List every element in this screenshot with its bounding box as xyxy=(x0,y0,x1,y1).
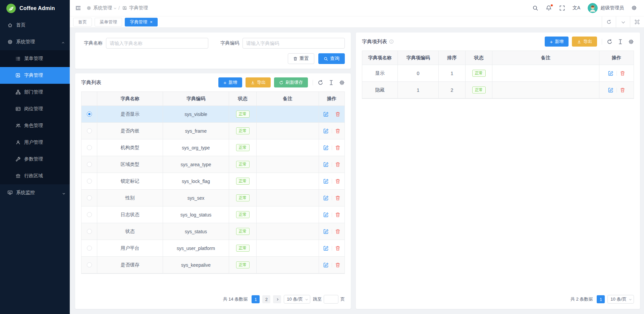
edit-icon[interactable] xyxy=(323,246,329,251)
row-height-icon[interactable] xyxy=(328,80,334,85)
table-row[interactable]: 锁定标记 sys_lock_flag 正常 xyxy=(82,173,344,190)
sidebar-item-system[interactable]: 系统管理 xyxy=(0,34,70,50)
table-row[interactable]: 是否内嵌 sys_frame 正常 xyxy=(82,123,344,139)
sidebar-item-post-mgmt[interactable]: 岗位管理 xyxy=(0,101,70,117)
refresh-table-icon[interactable] xyxy=(607,39,612,45)
table-row[interactable]: 显示 0 1 正常 xyxy=(362,65,634,82)
row-radio[interactable] xyxy=(87,162,92,167)
query-button[interactable]: 查询 xyxy=(318,53,345,64)
next-page-button[interactable] xyxy=(273,295,281,303)
sidebar-item-dict-mgmt[interactable]: 字典管理 xyxy=(0,67,70,84)
close-tab-icon[interactable]: × xyxy=(150,20,153,24)
row-radio[interactable] xyxy=(87,212,92,217)
dict-items-title: 字典项列表 xyxy=(362,39,387,45)
delete-icon[interactable] xyxy=(335,246,340,251)
row-radio[interactable] xyxy=(87,112,92,117)
row-radio[interactable] xyxy=(87,262,92,267)
edit-icon[interactable] xyxy=(323,145,329,150)
tab-options-chevron-icon[interactable] xyxy=(616,16,630,27)
tab-home[interactable]: 首页 xyxy=(73,18,92,26)
translate-icon[interactable]: 文A xyxy=(573,5,580,11)
table-row[interactable]: 状态 sys_status 正常 xyxy=(82,223,344,240)
table-row[interactable]: 区域类型 sys_area_type 正常 xyxy=(82,156,344,173)
delete-icon[interactable] xyxy=(335,229,340,234)
maximize-content-icon[interactable] xyxy=(630,16,644,27)
sidebar-item-role-mgmt[interactable]: 角色管理 xyxy=(0,117,70,134)
page-2-button[interactable]: 2 xyxy=(262,295,270,303)
delete-icon[interactable] xyxy=(620,71,625,76)
dict-code-input[interactable] xyxy=(243,38,345,49)
column-header: 备注 xyxy=(257,92,319,106)
delete-icon[interactable] xyxy=(335,262,340,268)
page-1-button[interactable]: 1 xyxy=(252,295,260,303)
export-dict-items-button[interactable]: 导出 xyxy=(572,37,597,47)
breadcrumb-parent[interactable]: 系统管理 xyxy=(87,5,116,11)
delete-icon[interactable] xyxy=(335,128,340,134)
table-row[interactable]: 日志状态 sys_log_status 正常 xyxy=(82,206,344,223)
edit-icon[interactable] xyxy=(323,179,329,184)
sidebar-item-home[interactable]: 首页 xyxy=(0,17,70,34)
sidebar-item-param-mgmt[interactable]: 参数管理 xyxy=(0,151,70,168)
delete-icon[interactable] xyxy=(620,87,625,93)
dict-name-input[interactable] xyxy=(106,38,208,49)
table-row[interactable]: 是否缓存 sys_keepalive 正常 xyxy=(82,257,344,273)
page-size-select[interactable]: 10 条/页 xyxy=(607,295,634,304)
row-height-icon[interactable] xyxy=(618,39,623,45)
dict-items-card: 字典项列表 + 新增 导出 xyxy=(356,33,640,309)
sidebar-item-monitor[interactable]: 系统监控 xyxy=(0,184,70,201)
column-settings-gear-icon[interactable] xyxy=(339,80,345,85)
row-radio[interactable] xyxy=(87,195,92,200)
settings-gear-icon[interactable] xyxy=(631,5,637,11)
delete-icon[interactable] xyxy=(335,162,340,167)
edit-icon[interactable] xyxy=(323,212,329,217)
table-row[interactable]: 隐藏 1 2 正常 xyxy=(362,82,634,99)
sidebar-item-admin-region[interactable]: 行政区域 xyxy=(0,168,70,184)
delete-icon[interactable] xyxy=(335,112,340,117)
page-1-button[interactable]: 1 xyxy=(597,295,605,303)
edit-icon[interactable] xyxy=(323,262,329,268)
page-jump-input[interactable] xyxy=(324,295,338,304)
refresh-cache-button[interactable]: 刷新缓存 xyxy=(274,77,308,87)
row-radio[interactable] xyxy=(87,128,92,133)
edit-icon[interactable] xyxy=(608,71,613,76)
export-dict-button[interactable]: 导出 xyxy=(246,77,271,87)
tab-dict-mgmt[interactable]: 字典管理 × xyxy=(125,18,158,26)
add-dict-button[interactable]: + 新增 xyxy=(218,77,242,87)
column-header: 字典名称 xyxy=(97,92,163,106)
collapse-sidebar-icon[interactable] xyxy=(75,5,81,11)
edit-icon[interactable] xyxy=(608,87,613,93)
edit-icon[interactable] xyxy=(323,162,329,167)
table-row[interactable]: 性别 sys_sex 正常 xyxy=(82,190,344,206)
edit-icon[interactable] xyxy=(323,229,329,234)
divider xyxy=(332,129,332,133)
reset-button[interactable]: 重置 xyxy=(288,53,314,64)
notification-bell-icon[interactable] xyxy=(546,5,552,11)
column-header: 备注 xyxy=(492,51,599,65)
sidebar-item-menu-mgmt[interactable]: 菜单管理 xyxy=(0,50,70,67)
sidebar-item-user-mgmt[interactable]: 用户管理 xyxy=(0,134,70,151)
search-icon[interactable] xyxy=(532,5,538,11)
table-row[interactable]: 机构类型 sys_org_type 正常 xyxy=(82,139,344,156)
fullscreen-icon[interactable] xyxy=(559,5,565,11)
delete-icon[interactable] xyxy=(335,212,340,217)
delete-icon[interactable] xyxy=(335,179,340,184)
refresh-tab-icon[interactable] xyxy=(602,16,616,27)
edit-icon[interactable] xyxy=(323,112,329,117)
delete-icon[interactable] xyxy=(335,195,340,201)
row-radio[interactable] xyxy=(87,179,92,184)
table-row[interactable]: 用户平台 sys_user_platform 正常 xyxy=(82,240,344,257)
refresh-table-icon[interactable] xyxy=(318,80,323,85)
row-radio[interactable] xyxy=(87,246,92,251)
delete-icon[interactable] xyxy=(335,145,340,150)
column-settings-gear-icon[interactable] xyxy=(628,39,634,45)
page-size-select[interactable]: 10 条/页 xyxy=(284,295,310,304)
sidebar-item-dept-mgmt[interactable]: 部门管理 xyxy=(0,84,70,101)
row-radio[interactable] xyxy=(87,145,92,150)
table-row[interactable]: 是否显示 sys_visible 正常 xyxy=(82,106,344,123)
user-menu[interactable]: 超级管理员 xyxy=(588,3,624,13)
edit-icon[interactable] xyxy=(323,128,329,134)
row-radio[interactable] xyxy=(87,229,92,234)
edit-icon[interactable] xyxy=(323,195,329,201)
add-dict-item-button[interactable]: + 新增 xyxy=(545,37,569,47)
tab-menu-mgmt[interactable]: 菜单管理 xyxy=(95,18,122,26)
